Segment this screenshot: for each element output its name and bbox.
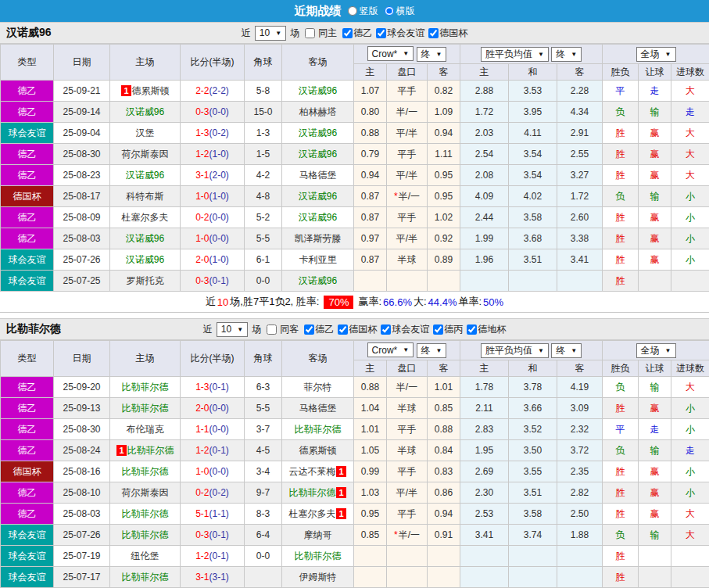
fulltime-select[interactable]: 全场▼ [636,343,676,358]
away-team-cell: 汉诺威96 [282,271,354,292]
horizontal-radio[interactable] [385,6,394,16]
goals-result-cell: 大 [671,525,709,546]
score-cell: 1-2(0-1) [181,546,245,567]
subcol-odds-home: 主 [354,360,387,377]
fulltime-select[interactable]: 全场▼ [636,47,676,62]
filter-checkbox[interactable] [381,324,391,335]
avg-home-cell: 1.99 [460,228,509,249]
recent-count-select[interactable]: 10▼ [217,322,248,337]
away-odds-cell: 1.01 [428,377,460,398]
team-name: 汉诺威96 [126,106,164,117]
halftime-score: (0-1) [209,382,229,393]
score-cell: 0-3(0-1) [181,525,245,546]
chevron-down-icon: ▼ [403,50,409,57]
filter-option[interactable]: 球会友谊 [376,27,424,40]
filter-option[interactable]: 德乙 [342,27,372,40]
filter-checkbox[interactable] [433,324,443,335]
filter-label: 德国杯 [349,323,377,336]
team-name: 汉诺威96 [299,149,337,160]
recent-count-select[interactable]: 10▼ [255,26,286,41]
table-row: 德乙25-09-20比勒菲尔德1-3(0-1)6-3菲尔特0.88半/一1.01… [1,377,709,398]
avg-odds-select[interactable]: 胜平负均值▼ [481,47,549,62]
avg-home-cell: 2.30 [460,482,509,504]
team-name: 云达不莱梅 [288,466,335,477]
filter-checkbox[interactable] [467,324,477,335]
bielefeld-results-table: 类型 日期 主场 比分(半场) 角球 客场 Crow*▼ 终▼ 胜平负均值▼ 终… [0,340,709,588]
home-team-cell: 布伦瑞克 [110,419,181,440]
table-row: 德乙25-08-03汉诺威961-0(0-0)5-5凯泽斯劳滕0.97平/半0.… [1,228,709,249]
avg-final-select[interactable]: 终▼ [551,47,582,62]
away-team-cell: 汉诺威96 [282,186,354,207]
avg-away-cell: 2.60 [557,207,603,228]
fulltime-score: 3-1 [195,572,209,583]
avg-away-cell: 1.72 [557,186,603,207]
odds-dropdown-group: Crow*▼ 终▼ [354,341,460,360]
filter-checkbox[interactable] [428,28,439,38]
unit-label: 场 [290,27,299,40]
bookmaker-select[interactable]: Crow*▼ [367,342,414,357]
filter-option[interactable]: 德乙 [304,323,334,336]
date-cell: 25-08-09 [54,207,110,228]
table-row: 球会友谊25-07-25罗斯托克0-3(0-1)0-0汉诺威96胜 [1,271,709,292]
away-team-cell: 汉诺威96 [282,123,354,144]
subcol-goals: 进球数 [671,360,709,377]
avg-odds-select[interactable]: 胜平负均值▼ [481,343,549,358]
away-odds-cell: 0.92 [428,228,460,249]
chevron-down-icon: ▼ [571,51,577,58]
layout-option-horizontal[interactable]: 横版 [385,5,415,18]
table-row: 球会友谊25-07-19纽伦堡1-2(0-1)0-0比勒菲尔德胜 [1,546,709,567]
table-row: 球会友谊25-07-26比勒菲尔德0-3(0-1)6-4摩纳哥0.85*半/一0… [1,525,709,546]
filter-checkbox[interactable] [304,324,314,335]
handicap-cell: 平手 [387,207,428,228]
team-name: 纽伦堡 [131,550,159,561]
home-team-cell: 纽伦堡 [110,546,181,567]
filter-option[interactable]: 德国杯 [428,27,467,40]
handicap-cell: 半/一 [387,102,428,123]
same-venue-option[interactable]: 同客 [267,323,299,336]
away-team-cell: 柏林赫塔 [282,102,354,123]
odds-final-select[interactable]: 终▼ [417,343,447,358]
filter-option[interactable]: 德国杯 [338,323,377,336]
avg-away-cell [557,567,603,588]
filter-controls: 近 10▼ 场 同主 德乙球会友谊德国杯 [242,26,467,41]
corner-cell: 8-3 [245,504,282,525]
table-row: 德乙25-09-13比勒菲尔德2-0(0-0)5-5马格德堡1.04半球0.85… [1,398,709,419]
col-header-corner: 角球 [245,45,282,81]
away-team-cell: 摩纳哥 [282,525,354,546]
fulltime-score: 5-1 [195,508,209,519]
vertical-radio[interactable] [348,6,357,16]
filter-checkbox[interactable] [342,28,353,38]
near-label: 近 [242,27,251,40]
team-name: 比勒菲尔德 [122,403,169,414]
avg-dropdown-group: 胜平负均值▼ 终▼ [460,45,603,64]
avg-draw-cell: 3.54 [509,165,557,186]
handicap-result-cell [639,567,671,588]
avg-home-cell: 2.44 [460,207,509,228]
filter-option[interactable]: 德地杯 [467,323,506,336]
home-team-cell: 汉诺威96 [110,249,181,271]
filter-checkbox[interactable] [376,28,386,38]
subcol-avg-away: 客 [557,64,603,81]
same-venue-checkbox[interactable] [267,324,277,335]
corner-cell: 9-7 [245,482,282,504]
table-row: 球会友谊25-07-26汉诺威962-0(1-0)6-1卡利亚里0.87半球0.… [1,249,709,271]
filter-option[interactable]: 德丙 [433,323,463,336]
handicap-cell: 平手 [387,419,428,440]
team-name: 凯泽斯劳滕 [295,233,342,244]
score-cell: 2-0(1-0) [181,249,245,271]
same-venue-option[interactable]: 同主 [305,27,337,40]
same-venue-checkbox[interactable] [305,28,315,38]
page-title: 近期战绩 [295,4,342,19]
avg-final-select[interactable]: 终▼ [551,343,582,358]
filter-label: 德乙 [353,27,372,40]
away-team-cell: 汉诺威96 [282,81,354,102]
odds-final-select[interactable]: 终▼ [417,47,447,62]
avg-draw-cell: 3.74 [509,525,557,546]
filter-checkbox[interactable] [338,324,348,335]
layout-option-vertical[interactable]: 竖版 [348,5,378,18]
home-odds-cell: 1.01 [354,419,387,440]
filter-option[interactable]: 球会友谊 [381,323,429,336]
team-name: 马格德堡 [299,403,337,414]
bookmaker-select[interactable]: Crow*▼ [367,46,414,61]
score-cell: 1-2(0-1) [181,440,245,461]
